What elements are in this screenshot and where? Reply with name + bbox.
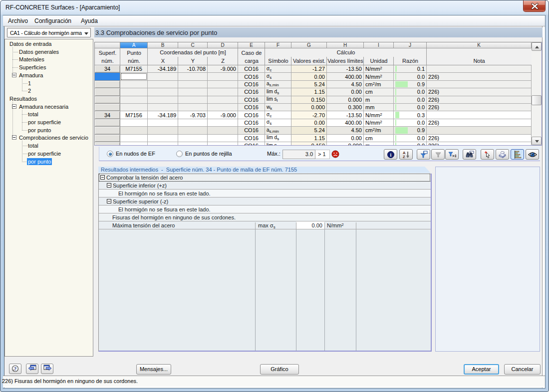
svg-text:>1: >1 [452, 154, 456, 158]
svg-text:Z: Z [403, 155, 405, 159]
svg-text:?: ? [14, 366, 16, 372]
svg-text:i: i [390, 152, 391, 158]
